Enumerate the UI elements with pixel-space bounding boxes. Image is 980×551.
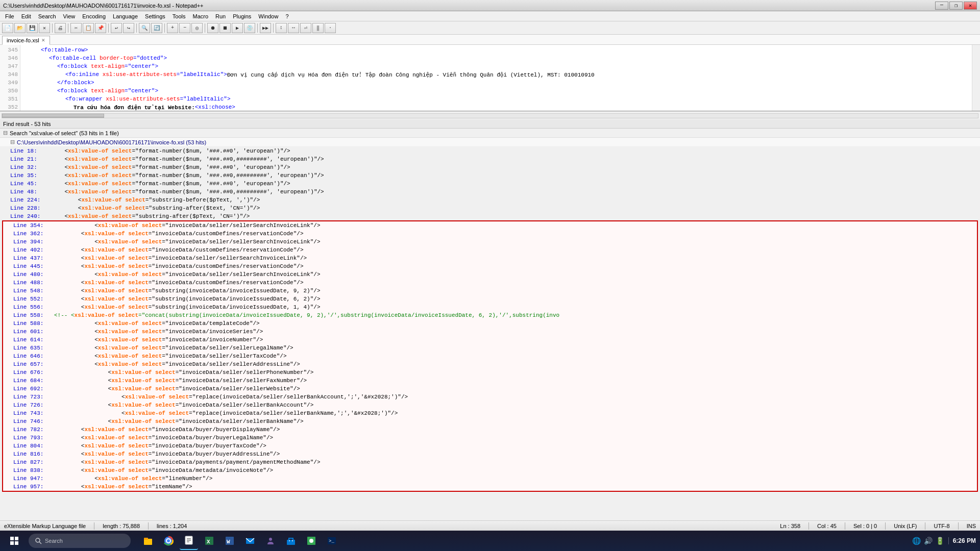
menu-macro[interactable]: Macro (189, 12, 211, 20)
find-result-488[interactable]: Line 488: <xsl:value-of select="invoiceD… (3, 279, 977, 287)
toolbar-macro-stop[interactable]: ⏹ (219, 23, 231, 33)
tray-network-icon[interactable]: 🌐 (912, 537, 921, 545)
start-button[interactable] (4, 533, 24, 549)
line-num-349[interactable]: 349 (0, 79, 20, 87)
find-result-32[interactable]: Line 32: <xsl:value-of select="format-nu… (0, 163, 980, 171)
find-result-684[interactable]: Line 684: <xsl:value-of select="invoiceD… (3, 377, 977, 385)
find-result-723[interactable]: Line 723: <xsl:value-of select="replace(… (3, 393, 977, 401)
find-result-827[interactable]: Line 827: <xsl:value-of select="invoiceD… (3, 458, 977, 466)
close-button[interactable]: ✕ (964, 2, 977, 10)
line-num-348[interactable]: 348 (0, 70, 20, 79)
menu-search[interactable]: Search (35, 12, 59, 20)
toolbar-sync-scroll2[interactable]: ↔ (288, 23, 299, 33)
expand-icon[interactable]: ⊟ (3, 130, 8, 136)
find-result-362[interactable]: Line 362: <xsl:value-of select="invoiceD… (3, 230, 977, 238)
find-result-692[interactable]: Line 692: <xsl:value-of select="invoiceD… (3, 385, 977, 393)
menu-settings[interactable]: Settings (142, 12, 168, 20)
find-result-48[interactable]: Line 48: <xsl:value-of select="format-nu… (0, 188, 980, 196)
toolbar-whitespace[interactable]: · (325, 23, 336, 33)
find-result-614[interactable]: Line 614: <xsl:value-of select="invoiceD… (3, 336, 977, 344)
taskbar-app-mail[interactable] (241, 532, 259, 550)
taskbar-app-excel[interactable]: X (200, 532, 218, 550)
toolbar-sync-scroll[interactable]: ↕ (276, 23, 287, 33)
menu-language[interactable]: Language (110, 12, 141, 20)
toolbar-macro-save[interactable]: 💿 (244, 23, 255, 33)
find-result-782[interactable]: Line 782: <xsl:value-of select="invoiceD… (3, 425, 977, 434)
find-result-588[interactable]: Line 588: <xsl:value-of select="invoiceD… (3, 319, 977, 328)
find-result-224[interactable]: Line 224: <xsl:value-of select="substrin… (0, 196, 980, 204)
toolbar-run[interactable]: ▶▶ (260, 23, 271, 33)
menu-run[interactable]: Run (212, 12, 229, 20)
taskbar-search-box[interactable]: Search (29, 534, 131, 548)
find-result-816[interactable]: Line 816: <xsl:value-of select="invoiceD… (3, 450, 977, 458)
find-result-746[interactable]: Line 746: <xsl:value-of select="invoiceD… (3, 417, 977, 425)
toolbar-copy[interactable]: 📋 (83, 23, 94, 33)
find-result-558[interactable]: Line 558: <!-- <xsl:value-of select="con… (3, 311, 977, 319)
h-scrollbar-code[interactable] (0, 111, 980, 119)
toolbar-word-wrap[interactable]: ⏎ (300, 23, 311, 33)
line-num-350[interactable]: 350 (0, 87, 20, 95)
menu-tools[interactable]: Tools (169, 12, 189, 20)
toolbar-new[interactable]: 📄 (2, 23, 13, 33)
code-content-top[interactable]: <fo:table-row> <fo:table-cell border-top… (20, 45, 972, 111)
toolbar-print[interactable]: 🖨 (55, 23, 66, 33)
toolbar-redo[interactable]: ↪ (123, 23, 134, 33)
find-result-548[interactable]: Line 548: <xsl:value-of select="substrin… (3, 287, 977, 295)
find-result-957[interactable]: Line 957: <xsl:value-of select="itemName… (3, 483, 977, 491)
line-num-347[interactable]: 347 (0, 62, 20, 70)
find-result-657[interactable]: Line 657: <xsl:value-of select="invoiceD… (3, 360, 977, 368)
find-result-394[interactable]: Line 394: <xsl:value-of select="invoiceD… (3, 238, 977, 246)
minimize-button[interactable]: ─ (935, 2, 948, 10)
toolbar-save[interactable]: 💾 (27, 23, 38, 33)
find-result-18[interactable]: Line 18: <xsl:value-of select="format-nu… (0, 147, 980, 155)
find-result-635[interactable]: Line 635: <xsl:value-of select="invoiceD… (3, 344, 977, 352)
find-result-240[interactable]: Line 240: <xsl:value-of select="substrin… (0, 212, 980, 220)
menu-plugins[interactable]: Plugins (230, 12, 254, 20)
taskbar-app-store[interactable] (282, 532, 300, 550)
toolbar-close[interactable]: ✕ (39, 23, 50, 33)
line-num-346[interactable]: 346 (0, 54, 20, 62)
toolbar-paste[interactable]: 📌 (95, 23, 106, 33)
toolbar-replace[interactable]: 🔄 (151, 23, 162, 33)
tab-invoice-fo[interactable]: invoice-fo.xsl ✕ (2, 36, 50, 45)
find-result-804[interactable]: Line 804: <xsl:value-of select="invoiceD… (3, 442, 977, 450)
find-result-793[interactable]: Line 793: <xsl:value-of select="invoiceD… (3, 434, 977, 442)
taskbar-app-chrome[interactable] (159, 532, 178, 550)
expand-path-icon[interactable]: ⊟ (10, 139, 15, 145)
find-result-947[interactable]: Line 947: <xsl:value-of select="lineNumb… (3, 474, 977, 483)
find-result-838[interactable]: Line 838: <xsl:value-of select="invoiceD… (3, 466, 977, 474)
taskbar-app-photos[interactable] (302, 532, 321, 550)
find-result-676[interactable]: Line 676: <xsl:value-of select="invoiceD… (3, 368, 977, 377)
toolbar-macro-play[interactable]: ▶ (232, 23, 243, 33)
line-num-352[interactable]: 352 (0, 103, 20, 111)
tray-volume-icon[interactable]: 🔊 (924, 537, 933, 545)
menu-edit[interactable]: Edit (18, 12, 34, 20)
vertical-scrollbar-top[interactable] (972, 45, 980, 111)
taskbar-app-teams[interactable] (261, 532, 280, 550)
menu-encoding[interactable]: Encoding (79, 12, 109, 20)
find-result-228[interactable]: Line 228: <xsl:value-of select="substrin… (0, 204, 980, 212)
toolbar-indent-guide[interactable]: ‖ (312, 23, 324, 33)
find-result-402[interactable]: Line 402: <xsl:value-of select="invoiceD… (3, 246, 977, 254)
toolbar-zoom-restore[interactable]: ◎ (191, 23, 203, 33)
toolbar-undo[interactable]: ↩ (111, 23, 122, 33)
restore-button[interactable]: ❐ (949, 2, 963, 10)
toolbar-open[interactable]: 📂 (14, 23, 26, 33)
taskbar-app-explorer[interactable] (139, 532, 157, 550)
find-result-445[interactable]: Line 445: <xsl:value-of select="invoiceD… (3, 262, 977, 270)
find-result-556[interactable]: Line 556: <xsl:value-of select="substrin… (3, 303, 977, 311)
menu-file[interactable]: File (2, 12, 17, 20)
menu-help[interactable]: ? (282, 12, 291, 20)
tray-clock[interactable]: 6:26 PM (953, 537, 976, 544)
toolbar-zoom-out[interactable]: − (179, 23, 190, 33)
find-result-480[interactable]: Line 480: <xsl:value-of select="invoiceD… (3, 270, 977, 279)
toolbar-find[interactable]: 🔍 (139, 23, 150, 33)
tray-battery-icon[interactable]: 🔋 (936, 537, 944, 545)
menu-window[interactable]: Window (255, 12, 281, 20)
find-result-726[interactable]: Line 726: <xsl:value-of select="invoiceD… (3, 401, 977, 409)
toolbar-cut[interactable]: ✂ (70, 23, 82, 33)
find-result-21[interactable]: Line 21: <xsl:value-of select="format-nu… (0, 155, 980, 163)
taskbar-app-terminal[interactable]: >_ (323, 532, 341, 550)
find-result-601[interactable]: Line 601: <xsl:value-of select="invoiceD… (3, 328, 977, 336)
tab-close-icon[interactable]: ✕ (41, 38, 45, 43)
